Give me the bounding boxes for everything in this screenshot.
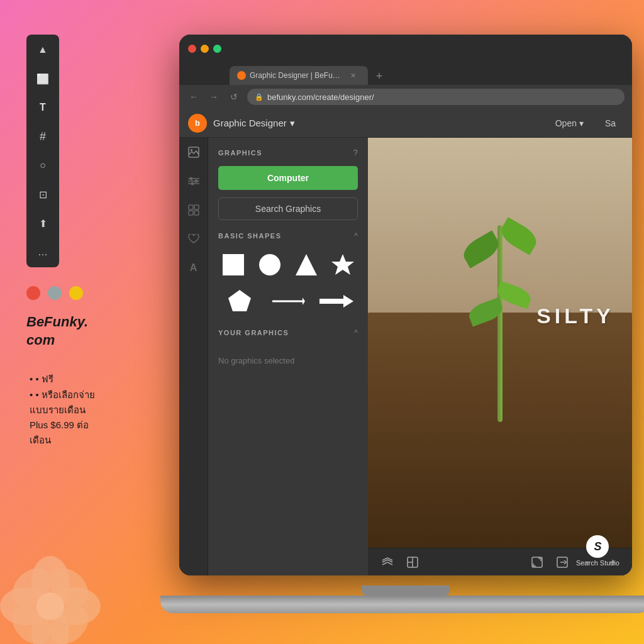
shape-tool[interactable]: ○ bbox=[34, 157, 52, 174]
color-gray[interactable] bbox=[48, 286, 62, 300]
tab-title: Graphic Designer | BeFunky: F... bbox=[250, 71, 344, 80]
shape-square[interactable] bbox=[218, 249, 248, 280]
search-studio-badge: S Search Studio bbox=[576, 535, 619, 567]
new-tab-btn[interactable]: + bbox=[370, 67, 388, 85]
shapes-row-2 bbox=[218, 286, 358, 317]
tab-close-btn[interactable]: ✕ bbox=[350, 72, 356, 80]
your-graphics-title: YOUR GRAPHICS bbox=[218, 329, 289, 336]
canvas-area[interactable]: SILTY bbox=[368, 138, 632, 575]
laptop-screen: Graphic Designer | BeFunky: F... ✕ + ← →… bbox=[179, 35, 632, 575]
canvas-image: SILTY bbox=[368, 138, 632, 575]
link-icon[interactable] bbox=[553, 553, 572, 572]
shape-arrow[interactable] bbox=[316, 286, 358, 317]
svg-rect-21 bbox=[223, 254, 244, 275]
shape-pentagon[interactable] bbox=[218, 286, 260, 317]
open-btn[interactable]: Open ▾ bbox=[548, 115, 591, 131]
svg-marker-27 bbox=[303, 297, 305, 305]
color-yellow[interactable] bbox=[69, 286, 83, 300]
svg-marker-28 bbox=[319, 295, 353, 308]
panel-title: GRAPHICS bbox=[218, 149, 262, 157]
layout-icon[interactable] bbox=[403, 553, 422, 572]
laptop-base bbox=[160, 596, 644, 613]
lock-icon: 🔒 bbox=[255, 93, 264, 101]
shape-star[interactable] bbox=[328, 249, 358, 280]
shape-circle[interactable] bbox=[255, 249, 285, 280]
your-graphics-chevron[interactable]: ^ bbox=[354, 328, 358, 337]
your-graphics-section: YOUR GRAPHICS ^ No graphics selected bbox=[218, 328, 358, 370]
tab-favicon bbox=[237, 71, 246, 80]
cursor-tool[interactable]: ▲ bbox=[34, 41, 52, 58]
icon-sidebar: A bbox=[179, 138, 208, 575]
traffic-lights bbox=[188, 45, 221, 53]
shape-triangle[interactable] bbox=[291, 249, 321, 280]
shapes-row-1 bbox=[218, 249, 358, 280]
address-bar: ← → ↺ 🔒 befunky.com/create/designer/ bbox=[179, 85, 632, 109]
feature-paid: • หรือเลือกจ่ายแบบรายเดือนPlus $6.99 ต่อ… bbox=[26, 387, 95, 448]
traffic-light-green[interactable] bbox=[213, 45, 221, 53]
url-text: befunky.com/create/designer/ bbox=[267, 92, 374, 102]
sidebar-heart-icon[interactable] bbox=[186, 231, 202, 247]
url-input[interactable]: 🔒 befunky.com/create/designer/ bbox=[247, 89, 625, 105]
flower-decoration bbox=[0, 556, 101, 644]
forward-btn[interactable]: → bbox=[207, 92, 221, 102]
active-tab[interactable]: Graphic Designer | BeFunky: F... ✕ bbox=[230, 66, 368, 85]
laptop-notch bbox=[362, 586, 450, 596]
feature-free: • ฟรี bbox=[26, 371, 95, 387]
traffic-light-yellow[interactable] bbox=[201, 45, 209, 53]
traffic-light-red[interactable] bbox=[188, 45, 196, 53]
color-red[interactable] bbox=[26, 286, 40, 300]
svg-point-15 bbox=[194, 180, 197, 183]
svg-point-22 bbox=[259, 254, 280, 275]
search-studio-label: Search Studio bbox=[576, 559, 619, 567]
svg-point-8 bbox=[36, 592, 64, 620]
svg-marker-24 bbox=[331, 254, 354, 275]
sidebar-text-icon[interactable]: A bbox=[186, 260, 202, 276]
resize-icon[interactable] bbox=[528, 553, 547, 572]
upload-tool[interactable]: ⬆ bbox=[34, 214, 52, 232]
sidebar-image-icon[interactable] bbox=[186, 144, 202, 160]
no-graphics-label: No graphics selected bbox=[218, 346, 358, 370]
svg-point-10 bbox=[191, 149, 192, 151]
app-header: b Graphic Designer ▾ Open ▾ Sa bbox=[179, 109, 632, 138]
basic-shapes-header: BASIC SHAPES ^ bbox=[218, 231, 358, 240]
sidebar-grid-icon[interactable] bbox=[186, 202, 202, 218]
frame-tool[interactable]: ⊡ bbox=[34, 186, 52, 203]
search-studio-logo: S bbox=[586, 535, 609, 558]
computer-btn[interactable]: Computer bbox=[218, 166, 358, 190]
svg-point-14 bbox=[189, 177, 192, 180]
sidebar-adjust-icon[interactable] bbox=[186, 173, 202, 189]
refresh-btn[interactable]: ↺ bbox=[227, 92, 241, 102]
basic-shapes-title: BASIC SHAPES bbox=[218, 232, 282, 240]
save-btn[interactable]: Sa bbox=[597, 115, 623, 131]
search-graphics-btn[interactable]: Search Graphics bbox=[218, 197, 358, 220]
svg-rect-17 bbox=[189, 205, 193, 209]
back-btn[interactable]: ← bbox=[187, 92, 201, 102]
browser-chrome: Graphic Designer | BeFunky: F... ✕ + ← →… bbox=[179, 35, 632, 138]
text-tool-btn[interactable]: T bbox=[34, 99, 52, 116]
svg-point-16 bbox=[191, 182, 194, 186]
shape-line[interactable] bbox=[267, 286, 309, 317]
dropdown-chevron: ▾ bbox=[290, 118, 295, 129]
layers-icon[interactable] bbox=[378, 553, 397, 572]
panel-header: GRAPHICS ? bbox=[218, 148, 358, 157]
svg-rect-18 bbox=[194, 205, 199, 209]
crop-tool[interactable]: ⬜ bbox=[34, 70, 52, 87]
tab-bar: Graphic Designer | BeFunky: F... ✕ + bbox=[179, 62, 632, 85]
browser-topbar bbox=[179, 35, 632, 62]
app-title[interactable]: Graphic Designer ▾ bbox=[213, 118, 295, 129]
your-graphics-header: YOUR GRAPHICS ^ bbox=[218, 328, 358, 337]
more-tools[interactable]: … bbox=[34, 243, 52, 261]
svg-rect-19 bbox=[189, 211, 193, 215]
feature-list: • ฟรี • หรือเลือกจ่ายแบบรายเดือนPlus $6.… bbox=[26, 371, 95, 448]
help-icon[interactable]: ? bbox=[353, 148, 358, 157]
plant-stem bbox=[497, 225, 502, 422]
grid-tool[interactable]: # bbox=[34, 128, 52, 145]
canvas-overlay-text: SILTY bbox=[536, 304, 614, 328]
basic-shapes-chevron[interactable]: ^ bbox=[354, 231, 358, 240]
svg-rect-20 bbox=[194, 211, 199, 215]
color-palette bbox=[26, 286, 83, 300]
app-logo: b bbox=[188, 114, 207, 133]
svg-marker-23 bbox=[296, 254, 317, 275]
laptop: Graphic Designer | BeFunky: F... ✕ + ← →… bbox=[179, 35, 632, 613]
svg-marker-25 bbox=[228, 290, 251, 311]
